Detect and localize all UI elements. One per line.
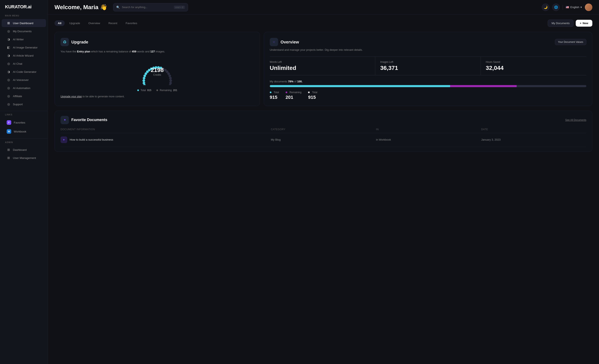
credits-label: Credits (151, 73, 164, 76)
upgrade-icon: ♻ (61, 38, 69, 46)
sidebar-item-user-dashboard[interactable]: ⊞ User Dashboard (2, 19, 46, 27)
sidebar-icon-ai-writer: ◑ (7, 37, 10, 41)
docs-pct: 78% (288, 80, 293, 83)
remaining-legend: Remaining 201 (156, 89, 177, 92)
svg-point-7 (169, 82, 172, 84)
language-selector[interactable]: 🇺🇸 English ▾ (566, 6, 582, 9)
topbar-right: 🌙 🌐 🇺🇸 English ▾ (542, 4, 592, 11)
sidebar-item-support[interactable]: ◎ Support (2, 100, 46, 108)
plus-icon: + (580, 22, 581, 25)
document-values-button[interactable]: Your Document Values (555, 39, 586, 45)
upgrade-card: ♻ Upgrade You have the Entry plan which … (54, 32, 260, 106)
favorite-documents-section: ✦ Favorite Documents See All Documents D… (54, 111, 592, 152)
upgrade-plan-link[interactable]: Upgrade your plan (61, 95, 82, 98)
tab-recent[interactable]: Recent (105, 20, 121, 26)
overview-title-row: ⁙ Overview (270, 38, 299, 46)
sidebar-link-favorites[interactable]: F Favorites (2, 118, 46, 127)
sidebar-admin-dashboard[interactable]: ⊞ Dashboard (2, 146, 46, 154)
user-avatar[interactable] (585, 4, 592, 11)
legend-teal-dot (270, 91, 271, 93)
sidebar-label-ai-chat: AI Chat (13, 62, 22, 65)
sidebar-admin-user-management[interactable]: ⊞ User Management (2, 154, 46, 162)
stat-images-left: Images Left 36,371 (375, 57, 481, 75)
sidebar-label-ai-writer: AI Writer (13, 38, 24, 41)
search-bar[interactable]: 🔍 cmd + E (113, 3, 188, 11)
tab-upgrade[interactable]: Upgrade (66, 20, 84, 26)
sidebar-link-label-favorites: Favorites (14, 121, 25, 124)
page-greeting: Welcome, Maria 👋 (54, 4, 107, 11)
sidebar-item-ai-chat[interactable]: ◎ AI Chat (2, 60, 46, 68)
hours-saved-label: Hours Saved (486, 61, 586, 63)
upgrade-link-text: Upgrade your plan to be able to generate… (61, 95, 254, 98)
legend-total2-value: 915 (308, 95, 317, 100)
sidebar-label-user-dashboard: User Dashboard (13, 22, 33, 25)
upgrade-card-title: Upgrade (71, 40, 88, 44)
sidebar-item-ai-article-wizard[interactable]: ◑ AI Article Wizard (2, 52, 46, 60)
tab-all[interactable]: All (54, 20, 65, 26)
docs-progress-text: My documents (270, 80, 288, 83)
search-icon: 🔍 (116, 6, 120, 9)
avatar-image (585, 4, 592, 11)
section-title-row: ✦ Favorite Documents (61, 116, 107, 124)
links-label: LINKS (0, 114, 48, 118)
total-dot (137, 89, 139, 91)
tab-favorites[interactable]: Favorites (122, 20, 141, 26)
col-in: In (376, 128, 481, 131)
svg-point-12 (143, 82, 145, 84)
legend-white-dot (308, 91, 310, 93)
sidebar-label-ai-code-generator: AI Code Generator (13, 70, 36, 73)
sidebar-item-my-documents[interactable]: ◎ My Documents (2, 27, 46, 35)
new-button[interactable]: + New (576, 20, 592, 27)
stats-row: Words Left Unlimited Images Left 36,371 … (270, 57, 586, 75)
sidebar-link-workbook[interactable]: W Workbook (2, 127, 46, 136)
col-category: Category (271, 128, 376, 131)
progress-legend: Total 915 Remaining 201 (61, 89, 254, 92)
legend-remaining-label: Remaining (286, 91, 301, 94)
plan-text-1: You have the (61, 50, 77, 53)
plan-text-2: which has a remaining balance of (90, 50, 132, 53)
upgrade-card-header: ♻ Upgrade (61, 38, 254, 46)
total-legend: Total 915 (137, 89, 151, 92)
sidebar-item-ai-image-generator[interactable]: ◧ AI Image Generator (2, 44, 46, 51)
sidebar-label-my-documents: My Documents (13, 30, 32, 33)
sidebar-badge-favorites: F (7, 120, 11, 125)
sidebar-item-ai-code-generator[interactable]: ◑ AI Code Generator (2, 68, 46, 76)
my-documents-button[interactable]: My Documents (548, 19, 574, 27)
sidebar-icon-my-documents: ◎ (7, 29, 10, 33)
cards-row: ♻ Upgrade You have the Entry plan which … (54, 32, 592, 106)
docs-total: 100. (297, 80, 302, 83)
sidebar-icon-user-dashboard: ⊞ (7, 21, 10, 25)
sidebar-label-ai-image-generator: AI Image Generator (13, 46, 38, 49)
sidebar-item-ai-automation[interactable]: ◎ AI Automation (2, 84, 46, 92)
sidebar-label-affiliate: Affiliate (13, 95, 22, 98)
overview-legend-total: Total 915 (270, 91, 279, 100)
see-all-documents-link[interactable]: See All Documents (565, 119, 586, 122)
tab-overview[interactable]: Overview (85, 20, 104, 26)
sidebar-admin-icon-user-management: ⊞ (7, 156, 10, 160)
sidebar-icon-ai-image-generator: ◧ (7, 45, 10, 49)
overview-icon: ⁙ (270, 38, 278, 46)
remaining-label: Remaining (160, 89, 172, 92)
dark-mode-toggle[interactable]: 🌙 (542, 4, 549, 11)
sidebar-item-affiliate[interactable]: ◎ Affiliate (2, 92, 46, 100)
words-count: 459 (132, 50, 136, 53)
total-label: Total (141, 89, 146, 92)
search-input[interactable] (122, 6, 172, 9)
main-content: AllUpgradeOverviewRecentFavorites My Doc… (48, 15, 599, 364)
sidebar-item-ai-writer[interactable]: ◑ AI Writer (2, 35, 46, 43)
overview-legend-total2: Total 915 (308, 91, 317, 100)
globe-icon-btn[interactable]: 🌐 (552, 4, 560, 11)
overview-card: ⁙ Overview Your Document Values Understa… (264, 32, 592, 106)
svg-point-6 (169, 79, 172, 82)
sidebar-divider-1 (0, 111, 48, 111)
plan-text-3: words and (136, 50, 150, 53)
overview-card-header: ⁙ Overview Your Document Values (270, 38, 586, 46)
doc-name: How to build a successful business (70, 138, 113, 141)
sidebar-icon-ai-code-generator: ◑ (7, 70, 10, 74)
language-flag: 🇺🇸 (566, 6, 569, 9)
legend-total2-label: Total (308, 91, 317, 94)
sidebar-divider-2 (0, 139, 48, 139)
svg-point-4 (168, 74, 171, 77)
sidebar-item-ai-voiceover[interactable]: ◎ AI Voiceover (2, 76, 46, 84)
table-row[interactable]: ✦ How to build a successful business My … (61, 133, 586, 147)
